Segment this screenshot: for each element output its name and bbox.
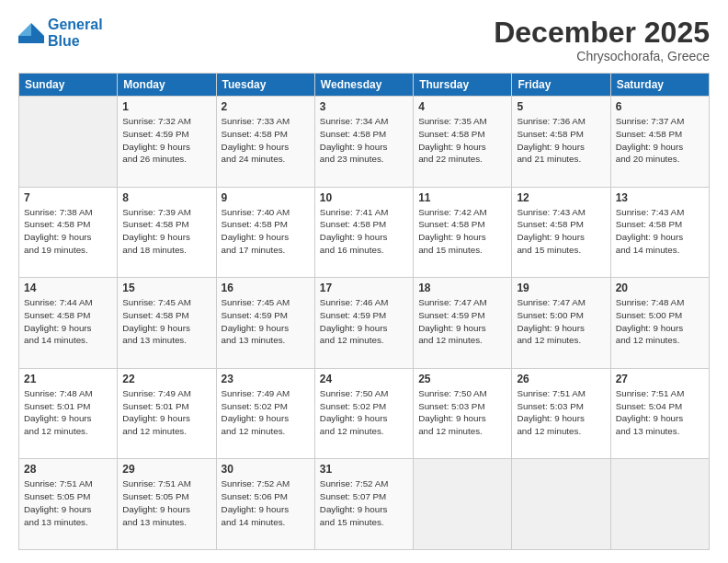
- calendar-cell: 13Sunrise: 7:43 AM Sunset: 4:58 PM Dayli…: [610, 187, 709, 278]
- logo-text: General Blue: [48, 17, 103, 49]
- month-title: December 2025: [494, 17, 710, 49]
- day-info: Sunrise: 7:51 AM Sunset: 5:05 PM Dayligh…: [24, 477, 112, 528]
- day-number: 5: [517, 100, 605, 113]
- day-number: 13: [616, 191, 704, 204]
- day-number: 7: [24, 191, 112, 204]
- day-info: Sunrise: 7:35 AM Sunset: 4:58 PM Dayligh…: [418, 115, 506, 166]
- calendar-header-wednesday: Wednesday: [314, 74, 413, 97]
- calendar-cell: 19Sunrise: 7:47 AM Sunset: 5:00 PM Dayli…: [512, 278, 610, 369]
- calendar-week-4: 21Sunrise: 7:48 AM Sunset: 5:01 PM Dayli…: [19, 368, 710, 459]
- day-number: 3: [320, 100, 408, 113]
- day-info: Sunrise: 7:49 AM Sunset: 5:01 PM Dayligh…: [122, 387, 210, 438]
- day-number: 18: [418, 282, 506, 294]
- day-number: 28: [24, 463, 112, 476]
- calendar-cell: 25Sunrise: 7:50 AM Sunset: 5:03 PM Dayli…: [414, 368, 512, 459]
- calendar-header-thursday: Thursday: [414, 74, 512, 97]
- calendar-week-3: 14Sunrise: 7:44 AM Sunset: 4:58 PM Dayli…: [19, 278, 710, 369]
- calendar-cell: 10Sunrise: 7:41 AM Sunset: 4:58 PM Dayli…: [314, 187, 413, 278]
- calendar-cell: 11Sunrise: 7:42 AM Sunset: 4:58 PM Dayli…: [414, 187, 512, 278]
- day-info: Sunrise: 7:50 AM Sunset: 5:02 PM Dayligh…: [320, 387, 408, 438]
- calendar-week-2: 7Sunrise: 7:38 AM Sunset: 4:58 PM Daylig…: [19, 187, 710, 278]
- day-info: Sunrise: 7:40 AM Sunset: 4:58 PM Dayligh…: [222, 206, 310, 257]
- day-info: Sunrise: 7:43 AM Sunset: 4:58 PM Dayligh…: [517, 206, 605, 257]
- calendar-cell: 23Sunrise: 7:49 AM Sunset: 5:02 PM Dayli…: [216, 368, 314, 459]
- calendar-cell: 3Sunrise: 7:34 AM Sunset: 4:58 PM Daylig…: [314, 97, 413, 188]
- day-number: 23: [222, 373, 310, 385]
- day-number: 31: [320, 463, 408, 476]
- day-number: 29: [122, 463, 210, 476]
- calendar-header-tuesday: Tuesday: [216, 74, 314, 97]
- calendar-cell: 8Sunrise: 7:39 AM Sunset: 4:58 PM Daylig…: [118, 187, 216, 278]
- day-info: Sunrise: 7:43 AM Sunset: 4:58 PM Dayligh…: [616, 206, 704, 257]
- calendar-cell: 1Sunrise: 7:32 AM Sunset: 4:59 PM Daylig…: [118, 97, 216, 188]
- calendar-cell: 2Sunrise: 7:33 AM Sunset: 4:58 PM Daylig…: [216, 97, 314, 188]
- calendar-cell: 28Sunrise: 7:51 AM Sunset: 5:05 PM Dayli…: [19, 459, 118, 550]
- day-info: Sunrise: 7:37 AM Sunset: 4:58 PM Dayligh…: [616, 115, 704, 166]
- calendar-cell: 14Sunrise: 7:44 AM Sunset: 4:58 PM Dayli…: [19, 278, 118, 369]
- day-number: 1: [122, 100, 210, 113]
- day-info: Sunrise: 7:47 AM Sunset: 5:00 PM Dayligh…: [517, 296, 605, 347]
- calendar-page: General Blue December 2025 Chrysochorafa…: [0, 0, 728, 563]
- calendar-cell: 17Sunrise: 7:46 AM Sunset: 4:59 PM Dayli…: [314, 278, 413, 369]
- day-info: Sunrise: 7:51 AM Sunset: 5:03 PM Dayligh…: [517, 387, 605, 438]
- svg-marker-0: [31, 23, 44, 36]
- calendar-cell: 26Sunrise: 7:51 AM Sunset: 5:03 PM Dayli…: [512, 368, 610, 459]
- calendar-cell: 6Sunrise: 7:37 AM Sunset: 4:58 PM Daylig…: [610, 97, 709, 188]
- day-info: Sunrise: 7:41 AM Sunset: 4:58 PM Dayligh…: [320, 206, 408, 257]
- day-info: Sunrise: 7:51 AM Sunset: 5:05 PM Dayligh…: [122, 477, 210, 528]
- calendar-table: SundayMondayTuesdayWednesdayThursdayFrid…: [18, 73, 710, 550]
- calendar-cell: 9Sunrise: 7:40 AM Sunset: 4:58 PM Daylig…: [216, 187, 314, 278]
- calendar-week-5: 28Sunrise: 7:51 AM Sunset: 5:05 PM Dayli…: [19, 459, 710, 550]
- calendar-cell: 16Sunrise: 7:45 AM Sunset: 4:59 PM Dayli…: [216, 278, 314, 369]
- calendar-header-row: SundayMondayTuesdayWednesdayThursdayFrid…: [19, 74, 710, 97]
- day-number: 2: [222, 100, 310, 113]
- calendar-header-monday: Monday: [118, 74, 216, 97]
- calendar-cell: 15Sunrise: 7:45 AM Sunset: 4:58 PM Dayli…: [118, 278, 216, 369]
- day-number: 9: [222, 191, 310, 204]
- day-info: Sunrise: 7:46 AM Sunset: 4:59 PM Dayligh…: [320, 296, 408, 347]
- day-number: 22: [122, 373, 210, 385]
- day-info: Sunrise: 7:38 AM Sunset: 4:58 PM Dayligh…: [24, 206, 112, 257]
- calendar-cell: 31Sunrise: 7:52 AM Sunset: 5:07 PM Dayli…: [314, 459, 413, 550]
- day-number: 12: [517, 191, 605, 204]
- logo-icon: [18, 23, 44, 43]
- day-number: 30: [222, 463, 310, 476]
- day-info: Sunrise: 7:47 AM Sunset: 4:59 PM Dayligh…: [418, 296, 506, 347]
- calendar-cell: 20Sunrise: 7:48 AM Sunset: 5:00 PM Dayli…: [610, 278, 709, 369]
- day-number: 24: [320, 373, 408, 385]
- day-info: Sunrise: 7:33 AM Sunset: 4:58 PM Dayligh…: [222, 115, 310, 166]
- day-number: 8: [122, 191, 210, 204]
- calendar-cell: [19, 97, 118, 188]
- day-info: Sunrise: 7:32 AM Sunset: 4:59 PM Dayligh…: [122, 115, 210, 166]
- day-info: Sunrise: 7:39 AM Sunset: 4:58 PM Dayligh…: [122, 206, 210, 257]
- day-info: Sunrise: 7:34 AM Sunset: 4:58 PM Dayligh…: [320, 115, 408, 166]
- subtitle: Chrysochorafa, Greece: [494, 49, 710, 63]
- day-number: 16: [222, 282, 310, 294]
- day-number: 25: [418, 373, 506, 385]
- day-number: 19: [517, 282, 605, 294]
- day-number: 14: [24, 282, 112, 294]
- calendar-cell: 27Sunrise: 7:51 AM Sunset: 5:04 PM Dayli…: [610, 368, 709, 459]
- calendar-cell: [610, 459, 709, 550]
- calendar-cell: 4Sunrise: 7:35 AM Sunset: 4:58 PM Daylig…: [414, 97, 512, 188]
- day-info: Sunrise: 7:45 AM Sunset: 4:59 PM Dayligh…: [222, 296, 310, 347]
- day-number: 27: [616, 373, 704, 385]
- svg-rect-2: [18, 36, 44, 43]
- calendar-header-sunday: Sunday: [19, 74, 118, 97]
- day-number: 17: [320, 282, 408, 294]
- day-number: 21: [24, 373, 112, 385]
- day-info: Sunrise: 7:49 AM Sunset: 5:02 PM Dayligh…: [222, 387, 310, 438]
- day-info: Sunrise: 7:48 AM Sunset: 5:01 PM Dayligh…: [24, 387, 112, 438]
- day-info: Sunrise: 7:50 AM Sunset: 5:03 PM Dayligh…: [418, 387, 506, 438]
- calendar-cell: 5Sunrise: 7:36 AM Sunset: 4:58 PM Daylig…: [512, 97, 610, 188]
- calendar-header-friday: Friday: [512, 74, 610, 97]
- calendar-cell: 7Sunrise: 7:38 AM Sunset: 4:58 PM Daylig…: [19, 187, 118, 278]
- calendar-cell: 24Sunrise: 7:50 AM Sunset: 5:02 PM Dayli…: [314, 368, 413, 459]
- day-info: Sunrise: 7:36 AM Sunset: 4:58 PM Dayligh…: [517, 115, 605, 166]
- svg-marker-1: [18, 23, 31, 36]
- calendar-week-1: 1Sunrise: 7:32 AM Sunset: 4:59 PM Daylig…: [19, 97, 710, 188]
- day-number: 11: [418, 191, 506, 204]
- day-number: 4: [418, 100, 506, 113]
- day-info: Sunrise: 7:52 AM Sunset: 5:06 PM Dayligh…: [222, 477, 310, 528]
- calendar-cell: [414, 459, 512, 550]
